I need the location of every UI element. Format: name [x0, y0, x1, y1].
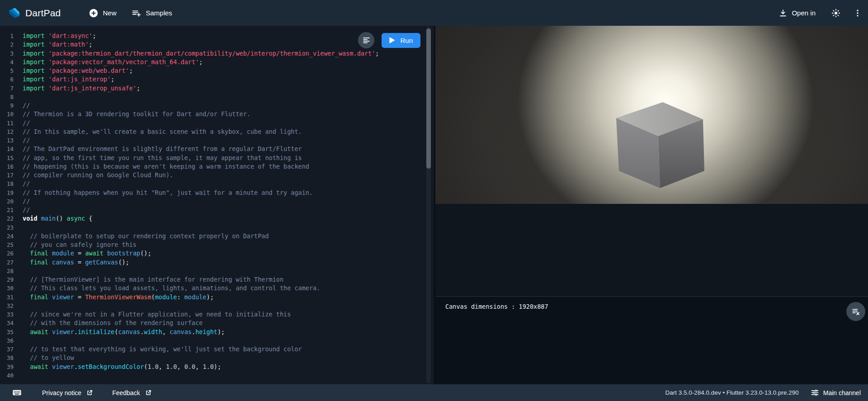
code-line[interactable]: 24 // boilerplate to setup our rendering…: [0, 232, 434, 241]
line-number: 40: [0, 371, 18, 380]
play-icon: [389, 37, 395, 43]
code-line[interactable]: 30 // This class lets you load assets, l…: [0, 284, 434, 292]
app-title: DartPad: [25, 8, 61, 19]
line-number: 10: [0, 110, 18, 118]
code-line[interactable]: 35 await viewer.initialize(canvas.width,…: [0, 328, 434, 336]
code-line[interactable]: 17// compiler running on Google Cloud Ru…: [0, 171, 434, 179]
line-number: 30: [0, 284, 18, 292]
code-text: final module = await bootstrap();: [23, 249, 151, 258]
code-line[interactable]: 11//: [0, 119, 434, 127]
render-canvas[interactable]: [435, 26, 868, 204]
dart-logo-icon: [8, 7, 20, 19]
line-number: 26: [0, 249, 18, 258]
code-text: import 'dart:math';: [23, 40, 92, 49]
clear-console-icon: [851, 307, 860, 316]
new-button[interactable]: New: [89, 8, 116, 18]
code-line[interactable]: 8: [0, 93, 434, 101]
code-line[interactable]: 16// happening (this is because we aren'…: [0, 162, 434, 171]
line-number: 31: [0, 293, 18, 302]
console-output: Canvas dimensions : 868x401: [445, 303, 548, 310]
run-button-label: Run: [400, 37, 413, 44]
code-text: // In this sample, we'll create a basic …: [23, 127, 302, 136]
code-text: // If nothing happens when you hit "Run"…: [23, 189, 313, 197]
code-line[interactable]: 25 // you can safely ignore this: [0, 241, 434, 249]
code-text: // to test that everything is working, w…: [23, 345, 302, 354]
code-line[interactable]: 40: [0, 371, 434, 380]
code-line[interactable]: 27 final canvas = getCanvas();: [0, 258, 434, 267]
code-line[interactable]: 7import 'dart:js_interop_unsafe';: [0, 84, 434, 93]
clear-console-button[interactable]: [846, 302, 865, 321]
code-line[interactable]: 39 await viewer.setBackgroundColor(1.0, …: [0, 363, 434, 371]
line-number: 16: [0, 162, 18, 171]
open-in-new-icon: [86, 389, 93, 396]
line-number: 23: [0, 223, 18, 232]
code-line[interactable]: 14// The DartPad environment is slightly…: [0, 145, 434, 153]
code-text: //: [23, 206, 30, 214]
feedback-link[interactable]: Feedback: [112, 389, 151, 396]
line-number: 9: [0, 101, 18, 110]
brightness-toggle-button[interactable]: [828, 5, 844, 21]
code-line[interactable]: 9//: [0, 101, 434, 110]
samples-button-label: Samples: [146, 9, 172, 17]
code-text: // The DartPad environment is slightly d…: [23, 145, 302, 153]
code-line[interactable]: 26 final module = await bootstrap();: [0, 249, 434, 258]
line-number: 19: [0, 189, 18, 197]
code-line[interactable]: 5import 'package:web/web.dart';: [0, 66, 434, 75]
code-line[interactable]: 6import 'dart:js_interop';: [0, 75, 434, 84]
open-in-button[interactable]: Open in: [778, 9, 816, 18]
line-number: 32: [0, 302, 18, 310]
code-line[interactable]: 10// Thermion is a 3D rendering toolkit …: [0, 110, 434, 118]
new-button-label: New: [103, 9, 116, 17]
line-number: 1: [0, 32, 18, 40]
code-line[interactable]: 34 // with the dimensions of the renderi…: [0, 319, 434, 327]
code-text: import 'dart:js_interop';: [23, 75, 114, 84]
code-text: //: [23, 136, 30, 145]
format-button[interactable]: [358, 32, 374, 48]
scrollbar-thumb[interactable]: [426, 28, 431, 169]
main-content: 1import 'dart:async';2import 'dart:math'…: [0, 26, 868, 384]
code-text: void main() async {: [23, 214, 92, 223]
code-line[interactable]: 21//: [0, 206, 434, 214]
code-line[interactable]: 33 // since we're not in a Flutter appli…: [0, 310, 434, 319]
line-number: 7: [0, 84, 18, 93]
code-line[interactable]: 37 // to test that everything is working…: [0, 345, 434, 354]
code-line[interactable]: 31 final viewer = ThermionViewerWasm(mod…: [0, 293, 434, 302]
code-line[interactable]: 29 // [ThermionViewer] is the main inter…: [0, 275, 434, 284]
line-number: 14: [0, 145, 18, 153]
code-line[interactable]: 12// In this sample, we'll create a basi…: [0, 127, 434, 136]
code-line[interactable]: 32: [0, 302, 434, 310]
code-line[interactable]: 15// app, so the first time you run this…: [0, 154, 434, 162]
code-line[interactable]: 3import 'package:thermion_dart/thermion_…: [0, 49, 434, 58]
channel-selector-label: Main channel: [823, 389, 861, 396]
code-line[interactable]: 20//: [0, 197, 434, 206]
samples-button[interactable]: Samples: [132, 8, 172, 18]
playlist-add-icon: [132, 8, 142, 18]
code-line[interactable]: 19// If nothing happens when you hit "Ru…: [0, 189, 434, 197]
line-number: 34: [0, 319, 18, 327]
line-number: 27: [0, 258, 18, 267]
line-number: 5: [0, 66, 18, 75]
code-line[interactable]: 22void main() async {: [0, 214, 434, 223]
dartpad-app: DartPad New Samples Open in: [0, 0, 868, 401]
line-number: 4: [0, 58, 18, 66]
code-line[interactable]: 23: [0, 223, 434, 232]
tune-icon: [811, 388, 819, 397]
code-area[interactable]: 1import 'dart:async';2import 'dart:math'…: [0, 26, 434, 384]
code-text: //: [23, 197, 30, 206]
channel-selector-button[interactable]: Main channel: [811, 388, 861, 397]
line-number: 24: [0, 232, 18, 241]
code-line[interactable]: 36: [0, 336, 434, 345]
code-line[interactable]: 18//: [0, 179, 434, 188]
code-line[interactable]: 38 // to yellow: [0, 354, 434, 362]
code-text: final viewer = ThermionViewerWasm(module…: [23, 293, 214, 302]
code-line[interactable]: 4import 'package:vector_math/vector_math…: [0, 58, 434, 66]
line-number: 28: [0, 267, 18, 275]
privacy-notice-link[interactable]: Privacy notice: [42, 389, 93, 396]
code-text: //: [23, 179, 30, 188]
code-line[interactable]: 28: [0, 267, 434, 275]
editor-scrollbar[interactable]: [426, 27, 431, 383]
code-line[interactable]: 13//: [0, 136, 434, 145]
run-button[interactable]: Run: [382, 33, 420, 48]
overflow-menu-button[interactable]: [850, 5, 865, 21]
keyboard-shortcuts-button[interactable]: [12, 387, 22, 398]
